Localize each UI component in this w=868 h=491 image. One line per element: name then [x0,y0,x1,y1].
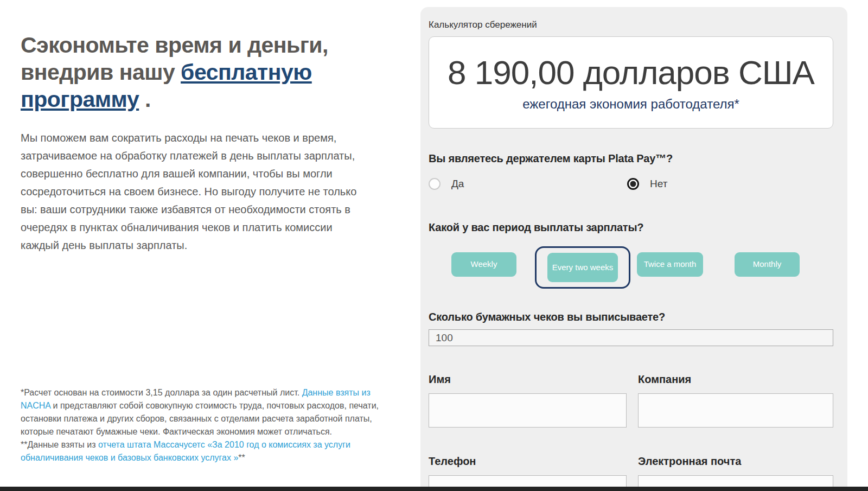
radio-yes-icon[interactable] [429,178,441,190]
name-input[interactable] [429,393,627,428]
footnote-text-3: **Данные взяты из [21,440,98,449]
heading-suffix: . [139,87,151,112]
footnote-text-4: ** [238,453,245,462]
intro-section: Сэкономьте время и деньги, внедрив нашу … [21,31,376,254]
savings-calculator-panel: Калькулятор сбережений 8 190,00 долларов… [420,7,847,491]
radio-no-icon[interactable] [627,178,639,190]
question-paper-checks: Сколько бумажных чеков вы выписываете? [429,311,833,323]
company-input[interactable] [638,393,833,428]
phone-label: Телефон [429,455,627,468]
period-button-weekly[interactable]: Weekly [451,252,516,277]
bottom-dark-bar [0,487,868,491]
company-label: Компания [638,373,833,386]
savings-caption: ежегодная экономия работодателя* [522,97,739,112]
page-heading: Сэкономьте время и деньги, внедрив нашу … [21,31,376,113]
selected-period-outline: Every two weeks [535,246,630,289]
period-button-every-two-weeks[interactable]: Every two weeks [547,253,618,282]
form-labels-row-2: Телефон Электронная почта [429,455,833,468]
form-labels-row-1: Имя Компания [429,373,833,386]
calculator-title: Калькулятор сбережений [429,20,833,30]
question-pay-period: Какой у вас период выплаты зарплаты? [429,221,833,234]
footnote-text-2: и представляют собой совокупную стоимост… [21,401,379,436]
radio-yes-label: Да [451,178,464,190]
savings-result-card: 8 190,00 долларов США ежегодная экономия… [429,36,833,129]
radio-option-no[interactable]: Нет [627,178,833,190]
intro-paragraph: Мы поможем вам сократить расходы на печа… [21,129,368,254]
question-card-holder: Вы являетесь держателем карты Plata Pay™… [429,152,833,165]
card-holder-radio-group: Да Нет [429,178,833,190]
name-label: Имя [429,373,627,386]
footnote: *Расчет основан на стоимости 3,15 доллар… [21,386,385,464]
period-button-monthly[interactable]: Monthly [735,252,800,277]
savings-amount: 8 190,00 долларов США [448,53,814,92]
radio-no-label: Нет [650,178,667,190]
pay-period-button-group: Weekly Every two weeks Twice a month Mon… [429,246,833,289]
email-label: Электронная почта [638,455,833,468]
radio-option-yes[interactable]: Да [429,178,627,190]
period-button-twice-a-month[interactable]: Twice a month [637,252,703,277]
checks-count-input[interactable] [429,329,833,346]
footnote-text-1: *Расчет основан на стоимости 3,15 доллар… [21,388,302,397]
form-inputs-row-1 [429,393,833,428]
